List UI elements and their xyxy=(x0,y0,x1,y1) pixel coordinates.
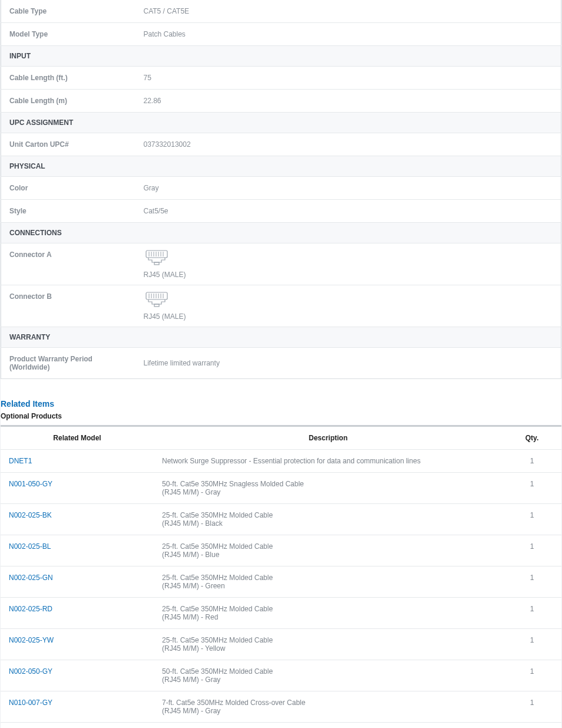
section-header-label: INPUT xyxy=(1,46,561,67)
spec-label: Style xyxy=(1,200,135,223)
related-qty: 1 xyxy=(503,504,561,535)
spec-value: Cat5/5e xyxy=(135,200,561,223)
spec-label: Cable Type xyxy=(1,0,135,23)
related-description: 25-ft. Cat5e 350MHz Molded Cable (RJ45 M… xyxy=(154,504,503,535)
related-model-link[interactable]: N002-025-GN xyxy=(9,574,53,582)
section-header-label: CONNECTIONS xyxy=(1,223,561,243)
spec-row: Color Gray xyxy=(1,177,561,200)
spec-label: Connector B xyxy=(1,285,135,327)
related-qty: 1 xyxy=(503,598,561,629)
col-header-qty: Qty. xyxy=(503,426,561,450)
rj45-icon xyxy=(144,249,170,267)
spec-label: Connector A xyxy=(1,243,135,285)
section-header-label: UPC ASSIGNMENT xyxy=(1,113,561,133)
col-header-model: Related Model xyxy=(1,426,154,450)
section-header-input: INPUT xyxy=(1,46,561,67)
related-qty: 1 xyxy=(503,566,561,598)
spec-value: Patch Cables xyxy=(135,23,561,46)
related-qty: 1 xyxy=(503,723,561,729)
related-qty: 1 xyxy=(503,450,561,473)
spec-row-connector-a: Connector A RJ45 (MALE) xyxy=(1,243,561,285)
related-header-row: Related Model Description Qty. xyxy=(1,426,561,450)
section-header-connections: CONNECTIONS xyxy=(1,223,561,243)
spec-row: Cable Length (ft.) 75 xyxy=(1,67,561,90)
specs-table: Cable Type CAT5 / CAT5E Model Type Patch… xyxy=(1,0,561,379)
spec-value: Lifetime limited warranty xyxy=(135,348,561,379)
related-row: N002-025-YW25-ft. Cat5e 350MHz Molded Ca… xyxy=(1,629,561,660)
related-qty: 1 xyxy=(503,691,561,723)
connector-value: RJ45 (MALE) xyxy=(144,312,553,321)
related-model-link[interactable]: N002-025-RD xyxy=(9,605,52,613)
related-row: N002-025-BK25-ft. Cat5e 350MHz Molded Ca… xyxy=(1,504,561,535)
related-description: 1000-ft. Cat5e 350MHz Bulk Solid-core PV… xyxy=(154,723,503,729)
related-description: 7-ft. Cat5e 350MHz Molded Cross-over Cab… xyxy=(154,691,503,723)
related-row: N002-025-BL25-ft. Cat5e 350MHz Molded Ca… xyxy=(1,535,561,566)
related-model-link[interactable]: N010-007-GY xyxy=(9,699,52,707)
related-description: 25-ft. Cat5e 350MHz Molded Cable (RJ45 M… xyxy=(154,598,503,629)
related-model-link[interactable]: N002-025-BK xyxy=(9,511,52,519)
connector-cell: RJ45 (MALE) xyxy=(135,285,561,327)
spec-label: Cable Length (m) xyxy=(1,90,135,113)
related-model-link[interactable]: DNET1 xyxy=(9,457,32,465)
rj45-icon xyxy=(144,291,170,309)
connector-cell: RJ45 (MALE) xyxy=(135,243,561,285)
spec-label: Cable Length (ft.) xyxy=(1,67,135,90)
spec-row: Style Cat5/5e xyxy=(1,200,561,223)
section-header-upc: UPC ASSIGNMENT xyxy=(1,113,561,133)
related-model-link[interactable]: N001-050-GY xyxy=(9,480,52,488)
spec-value: Gray xyxy=(135,177,561,200)
related-description: Network Surge Suppressor - Essential pro… xyxy=(154,450,503,473)
spec-value: 037332013002 xyxy=(135,133,561,156)
related-qty: 1 xyxy=(503,473,561,504)
related-row: N010-007-GY7-ft. Cat5e 350MHz Molded Cro… xyxy=(1,691,561,723)
optional-products-heading: Optional Products xyxy=(1,412,561,420)
spec-label: Color xyxy=(1,177,135,200)
related-qty: 1 xyxy=(503,629,561,660)
spec-label: Model Type xyxy=(1,23,135,46)
section-header-warranty: WARRANTY xyxy=(1,327,561,348)
spec-row: Product Warranty Period (Worldwide) Life… xyxy=(1,348,561,379)
related-model-link[interactable]: N002-025-YW xyxy=(9,636,54,644)
related-description: 25-ft. Cat5e 350MHz Molded Cable (RJ45 M… xyxy=(154,535,503,566)
related-row: N002-025-RD25-ft. Cat5e 350MHz Molded Ca… xyxy=(1,598,561,629)
related-description: 25-ft. Cat5e 350MHz Molded Cable (RJ45 M… xyxy=(154,629,503,660)
spec-row: Cable Type CAT5 / CAT5E xyxy=(1,0,561,23)
related-qty: 1 xyxy=(503,660,561,691)
spec-value: CAT5 / CAT5E xyxy=(135,0,561,23)
related-row: DNET1Network Surge Suppressor - Essentia… xyxy=(1,450,561,473)
section-header-physical: PHYSICAL xyxy=(1,156,561,177)
spec-value: 75 xyxy=(135,67,561,90)
spec-row: Cable Length (m) 22.86 xyxy=(1,90,561,113)
spec-row: Model Type Patch Cables xyxy=(1,23,561,46)
spec-label: Unit Carton UPC# xyxy=(1,133,135,156)
spec-label: Product Warranty Period (Worldwide) xyxy=(1,348,135,379)
related-row: N002-025-GN25-ft. Cat5e 350MHz Molded Ca… xyxy=(1,566,561,598)
page-content: Cable Type CAT5 / CAT5E Model Type Patch… xyxy=(0,0,562,728)
related-description: 50-ft. Cat5e 350MHz Molded Cable (RJ45 M… xyxy=(154,660,503,691)
related-row: N022-01K-GY1000-ft. Cat5e 350MHz Bulk So… xyxy=(1,723,561,729)
related-model-link[interactable]: N002-025-BL xyxy=(9,542,51,551)
svg-rect-17 xyxy=(154,304,159,307)
section-header-label: PHYSICAL xyxy=(1,156,561,177)
section-header-label: WARRANTY xyxy=(1,327,561,348)
related-description: 25-ft. Cat5e 350MHz Molded Cable (RJ45 M… xyxy=(154,566,503,598)
related-description: 50-ft. Cat5e 350MHz Snagless Molded Cabl… xyxy=(154,473,503,504)
related-row: N002-050-GY50-ft. Cat5e 350MHz Molded Ca… xyxy=(1,660,561,691)
svg-rect-8 xyxy=(154,262,159,265)
connector-value: RJ45 (MALE) xyxy=(144,271,553,279)
spec-row: Unit Carton UPC# 037332013002 xyxy=(1,133,561,156)
spec-value: 22.86 xyxy=(135,90,561,113)
spec-row-connector-b: Connector B RJ45 (MALE) xyxy=(1,285,561,327)
col-header-description: Description xyxy=(154,426,503,450)
related-items-heading: Related Items xyxy=(1,399,561,409)
related-model-link[interactable]: N002-050-GY xyxy=(9,667,52,676)
related-items-table: Related Model Description Qty. DNET1Netw… xyxy=(1,425,561,728)
related-qty: 1 xyxy=(503,535,561,566)
related-row: N001-050-GY50-ft. Cat5e 350MHz Snagless … xyxy=(1,473,561,504)
